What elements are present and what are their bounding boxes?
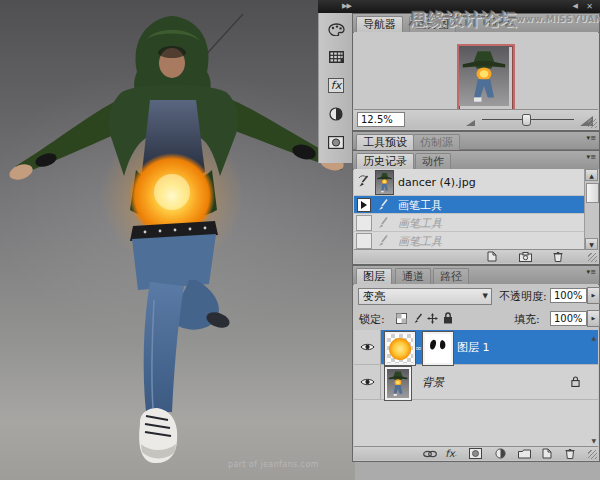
orb-thumbnail-graphic — [389, 338, 411, 360]
panel-menu-icon[interactable]: ▾≡ — [587, 270, 596, 274]
history-brush-source-checkbox[interactable] — [356, 233, 372, 249]
background-lock-icon — [571, 376, 580, 387]
layers-panel: 图层 通道 路径 ▾≡ 变亮 ▼ 不透明度: 100% ▶ 锁定: — [352, 265, 600, 462]
panel-icon-dock: fx — [318, 13, 354, 163]
layers-resize-grip[interactable] — [588, 450, 597, 459]
zoom-out-icon[interactable] — [466, 120, 475, 126]
scroll-up-icon[interactable]: ▲ — [591, 334, 596, 341]
close-icon[interactable]: ✕ — [586, 2, 593, 11]
fill-spinner[interactable]: ▶ — [587, 310, 600, 327]
forum-watermark-cn: 思缘设计论坛 — [410, 8, 518, 31]
zoom-slider-track[interactable] — [482, 119, 574, 120]
color-panel-icon[interactable] — [326, 20, 346, 38]
fill-field[interactable]: 100% — [550, 311, 587, 326]
tab-navigator[interactable]: 导航器 — [356, 16, 403, 32]
tab-channels[interactable]: 通道 — [395, 268, 431, 284]
history-brush-target-icon[interactable] — [357, 198, 371, 212]
layers-list: ∞ 图层 1 ▲ 背景 ▼ — [354, 330, 598, 447]
history-brush-source-checkbox[interactable] — [356, 215, 372, 231]
lock-label: 锁定: — [359, 312, 385, 327]
masks-panel-icon[interactable] — [326, 133, 346, 151]
navigator-preview-area — [354, 32, 598, 112]
layer-style-icon[interactable]: fx. — [443, 448, 459, 459]
photo-credit-watermark: part of jeanfans.com — [228, 460, 319, 469]
layers-bottom-bar: fx. — [354, 446, 598, 460]
lock-row: 锁定: 填充: 100% ▶ — [354, 307, 598, 331]
eye-icon — [360, 342, 375, 352]
collapse-panels-icon[interactable]: ▶▶ — [342, 2, 351, 11]
mask-link-icon[interactable]: ∞ — [415, 344, 422, 353]
history-state-label: 画笔工具 — [398, 216, 442, 231]
lock-pixels-icon[interactable] — [412, 313, 423, 324]
tab-actions[interactable]: 动作 — [415, 153, 451, 169]
layer-visibility-toggle[interactable] — [354, 365, 381, 399]
zoom-level-field[interactable]: 12.5% — [357, 112, 405, 127]
blend-mode-select[interactable]: 变亮 ▼ — [358, 288, 492, 305]
link-layers-icon[interactable] — [422, 448, 438, 459]
opacity-label: 不透明度: — [499, 289, 547, 304]
panel-menu-icon[interactable]: ▾≡ — [587, 155, 596, 159]
history-state-row[interactable]: 画笔工具 — [354, 196, 584, 214]
layers-tabbar: 图层 通道 路径 ▾≡ — [353, 266, 599, 285]
delete-state-icon[interactable] — [550, 251, 566, 262]
dropdown-arrow-icon: ▼ — [483, 289, 488, 304]
fill-label: 填充: — [514, 312, 540, 327]
back-icon[interactable]: ◀ — [573, 2, 578, 11]
new-snapshot-icon[interactable] — [517, 251, 533, 262]
navigator-proxy-view[interactable] — [457, 44, 515, 112]
new-layer-icon[interactable] — [539, 448, 555, 459]
navigator-resize-grip[interactable] — [588, 119, 597, 128]
tab-clone-source[interactable]: 仿制源 — [413, 134, 460, 150]
history-state-row[interactable]: 画笔工具 — [354, 232, 584, 250]
zoom-slider-thumb[interactable] — [522, 114, 531, 126]
history-bottom-bar — [354, 249, 598, 263]
brush-tool-icon — [376, 198, 389, 211]
layer-name[interactable]: 图层 1 — [457, 340, 490, 355]
tab-paths[interactable]: 路径 — [433, 268, 469, 284]
history-brush-source-icon[interactable] — [357, 175, 370, 188]
lock-position-icon[interactable] — [427, 313, 438, 324]
document-canvas[interactable]: part of jeanfans.com — [0, 0, 355, 480]
layer-thumbnail[interactable] — [385, 367, 411, 400]
delete-layer-icon[interactable] — [562, 448, 578, 459]
history-state-row[interactable]: 画笔工具 — [354, 214, 584, 232]
styles-panel-icon[interactable]: fx — [326, 76, 346, 94]
dancer-figure — [0, 0, 355, 480]
add-layer-mask-icon[interactable] — [467, 448, 483, 459]
tab-history[interactable]: 历史记录 — [356, 153, 414, 169]
history-snapshot-thumbnail[interactable] — [375, 170, 394, 195]
tab-tool-presets[interactable]: 工具预设 — [356, 134, 414, 150]
history-scrollbar-thumb[interactable] — [586, 183, 599, 203]
opacity-field[interactable]: 100% — [550, 288, 587, 303]
tab-layers[interactable]: 图层 — [356, 268, 392, 284]
swatches-panel-icon[interactable] — [326, 48, 346, 66]
adjustments-panel-icon[interactable] — [326, 105, 346, 123]
layer-row[interactable]: 背景 — [354, 365, 598, 400]
tool-presets-panel: 工具预设 仿制源 ▾≡ — [352, 131, 600, 150]
layer-visibility-toggle[interactable] — [354, 330, 381, 364]
history-resize-grip[interactable] — [588, 253, 597, 262]
panel-menu-icon[interactable]: ▾≡ — [587, 136, 596, 140]
opacity-spinner[interactable]: ▶ — [587, 287, 600, 304]
lock-all-icon[interactable] — [443, 312, 453, 324]
new-adjustment-layer-icon[interactable] — [492, 448, 508, 459]
history-panel: 历史记录 动作 ▾≡ dancer (4).jpg — [352, 150, 600, 265]
history-state-label: 画笔工具 — [398, 234, 442, 249]
brush-tool-icon — [376, 216, 389, 229]
history-snapshot-row[interactable]: dancer (4).jpg — [354, 169, 584, 196]
layer-row[interactable]: ∞ 图层 1 ▲ — [354, 330, 598, 365]
history-states-list: dancer (4).jpg 画笔工具 画笔工具 — [354, 169, 598, 250]
layer-thumbnail[interactable] — [385, 332, 415, 365]
scroll-up-icon[interactable]: ▲ — [585, 169, 598, 181]
layer-name[interactable]: 背景 — [422, 375, 444, 390]
lock-transparency-icon[interactable] — [396, 313, 407, 324]
tool-presets-tabbar: 工具预设 仿制源 ▾≡ — [353, 132, 599, 150]
history-state-label: 画笔工具 — [398, 198, 442, 213]
new-document-from-state-icon[interactable] — [484, 251, 500, 262]
scroll-down-icon[interactable]: ▼ — [591, 437, 596, 444]
layer-mask-thumbnail[interactable] — [423, 332, 453, 365]
history-snapshot-label: dancer (4).jpg — [398, 176, 476, 189]
brush-tool-icon — [376, 234, 389, 247]
new-group-icon[interactable] — [516, 448, 532, 459]
blend-mode-row: 变亮 ▼ 不透明度: 100% ▶ — [354, 284, 598, 307]
